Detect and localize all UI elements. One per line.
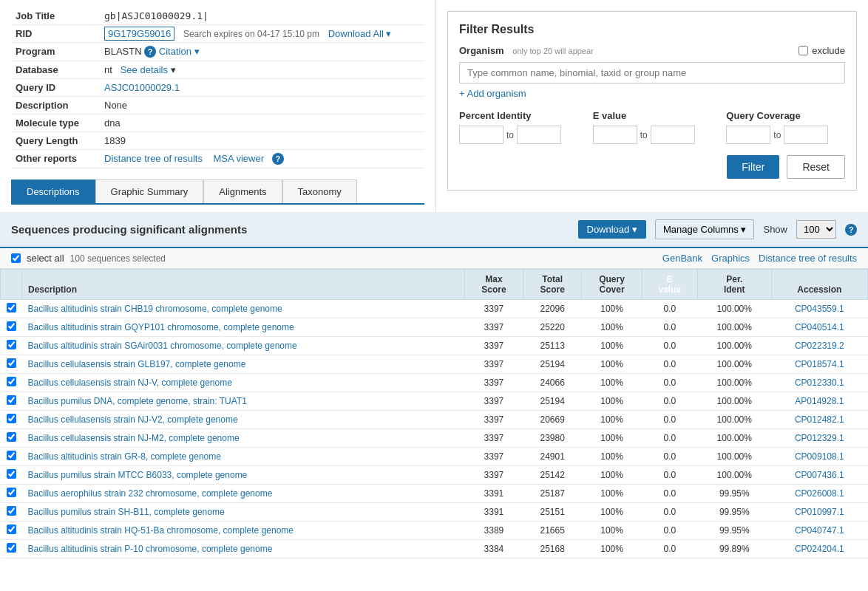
accession-link[interactable]: CP040514.1 (795, 322, 844, 332)
description-link[interactable]: Bacillus altitudinis strain SGAir0031 ch… (28, 341, 297, 351)
e-value-to[interactable] (651, 126, 695, 144)
tab-taxonomy[interactable]: Taxonomy (282, 180, 357, 203)
row-checkbox[interactable] (7, 469, 16, 479)
row-accession: CP012482.1 (771, 411, 867, 429)
reset-button[interactable]: Reset (787, 155, 845, 179)
row-checkbox[interactable] (7, 543, 16, 553)
row-checkbox[interactable] (7, 377, 16, 386)
accession-link[interactable]: CP040747.1 (795, 525, 844, 536)
row-checkbox[interactable] (7, 303, 16, 312)
accession-link[interactable]: CP024204.1 (795, 544, 844, 554)
description-link[interactable]: Bacillus aerophilus strain 232 chromosom… (28, 488, 273, 499)
download-button[interactable]: Download ▾ (578, 220, 646, 239)
description-link[interactable]: Bacillus altitudinis strain P-10 chromos… (28, 544, 273, 554)
row-checkbox-cell[interactable] (1, 355, 22, 374)
row-checkbox[interactable] (7, 451, 16, 460)
manage-columns-button[interactable]: Manage Columns ▾ (655, 219, 755, 239)
row-checkbox-cell[interactable] (1, 318, 22, 337)
row-e-value: 0.0 (642, 522, 697, 540)
tab-graphic-summary[interactable]: Graphic Summary (95, 180, 204, 203)
row-total-score: 25194 (523, 355, 582, 374)
row-checkbox[interactable] (7, 488, 16, 497)
genbank-link[interactable]: GenBank (662, 253, 702, 264)
tab-alignments[interactable]: Alignments (203, 180, 282, 203)
select-all-checkbox[interactable] (11, 253, 21, 263)
row-checkbox-cell[interactable] (1, 429, 22, 448)
distance-tree-link[interactable]: Distance tree of results (104, 153, 203, 164)
row-checkbox[interactable] (7, 414, 16, 423)
row-checkbox[interactable] (7, 358, 16, 368)
other-reports-help-icon[interactable]: ? (272, 153, 284, 165)
description-link[interactable]: Bacillus altitudinis strain HQ-51-Ba chr… (28, 525, 294, 536)
row-checkbox-cell[interactable] (1, 300, 22, 318)
table-row: Bacillus cellulasensis strain NJ-M2, com… (1, 429, 868, 448)
accession-link[interactable]: CP043559.1 (795, 304, 844, 314)
query-coverage-to[interactable] (784, 126, 828, 144)
msa-viewer-link[interactable]: MSA viewer (213, 153, 264, 164)
download-all-button[interactable]: Download All ▾ (328, 28, 392, 39)
filter-button[interactable]: Filter (727, 155, 779, 179)
row-checkbox[interactable] (7, 321, 16, 331)
row-e-value: 0.0 (642, 337, 697, 355)
row-checkbox[interactable] (7, 395, 16, 405)
expire-text: Search expires on 04-17 15:10 pm (183, 29, 319, 39)
row-checkbox-cell[interactable] (1, 374, 22, 392)
description-link[interactable]: Bacillus altitudinis strain GQYP101 chro… (28, 322, 294, 332)
exclude-checkbox[interactable] (799, 46, 808, 55)
description-link[interactable]: Bacillus altitudinis strain GR-8, comple… (28, 451, 221, 462)
accession-link[interactable]: CP007436.1 (795, 470, 844, 480)
row-checkbox-cell[interactable] (1, 392, 22, 411)
row-checkbox-cell[interactable] (1, 503, 22, 522)
row-checkbox[interactable] (7, 432, 16, 442)
row-checkbox-cell[interactable] (1, 448, 22, 466)
row-checkbox[interactable] (7, 506, 16, 516)
row-checkbox[interactable] (7, 525, 16, 534)
accession-link[interactable]: CP009108.1 (795, 451, 844, 462)
accession-link[interactable]: CP012329.1 (795, 433, 844, 443)
e-value-from[interactable] (593, 126, 637, 144)
results-help-icon[interactable]: ? (845, 224, 857, 236)
row-description: Bacillus pumilus strain SH-B11, complete… (22, 503, 465, 522)
rid-value[interactable]: 9G179G59016 (104, 27, 174, 41)
description-link[interactable]: Bacillus cellulasensis strain GLB197, co… (28, 359, 246, 369)
row-checkbox-cell[interactable] (1, 540, 22, 558)
accession-link[interactable]: CP018574.1 (795, 359, 844, 369)
accession-link[interactable]: CP010997.1 (795, 507, 844, 517)
organism-input[interactable] (459, 62, 845, 83)
see-details-link[interactable]: See details (121, 64, 168, 75)
accession-link[interactable]: CP012482.1 (795, 414, 844, 425)
row-checkbox-cell[interactable] (1, 522, 22, 540)
job-title-label: Job Title (11, 7, 100, 25)
percent-identity-to[interactable] (517, 126, 561, 144)
distance-tree-results-link[interactable]: Distance tree of results (759, 253, 857, 264)
accession-link[interactable]: AP014928.1 (795, 396, 844, 406)
filter-box: Filter Results Organism only top 20 will… (447, 11, 857, 191)
row-e-value: 0.0 (642, 374, 697, 392)
query-id-link[interactable]: ASJC01000029.1 (104, 82, 180, 93)
percent-identity-from[interactable] (459, 126, 503, 144)
add-organism-link[interactable]: + Add organism (459, 88, 526, 99)
row-checkbox-cell[interactable] (1, 485, 22, 503)
blastn-help-icon[interactable]: ? (144, 46, 156, 58)
row-checkbox-cell[interactable] (1, 411, 22, 429)
accession-link[interactable]: CP026008.1 (795, 488, 844, 499)
query-coverage-from[interactable] (726, 126, 770, 144)
row-checkbox-cell[interactable] (1, 337, 22, 355)
table-row: Bacillus pumilus DNA, complete genome, s… (1, 392, 868, 411)
accession-link[interactable]: CP022319.2 (795, 341, 844, 351)
description-link[interactable]: Bacillus pumilus DNA, complete genome, s… (28, 396, 247, 406)
tab-descriptions[interactable]: Descriptions (11, 180, 95, 203)
accession-link[interactable]: CP012330.1 (795, 378, 844, 388)
description-link[interactable]: Bacillus cellulasensis strain NJ-M2, com… (28, 433, 240, 443)
citation-button[interactable]: Citation ▾ (159, 46, 200, 57)
description-link[interactable]: Bacillus cellulasensis strain NJ-V, comp… (28, 378, 232, 388)
row-checkbox-cell[interactable] (1, 466, 22, 485)
description-link[interactable]: Bacillus altitudinis strain CHB19 chromo… (28, 304, 282, 314)
description-link[interactable]: Bacillus cellulasensis strain NJ-V2, com… (28, 414, 238, 425)
description-link[interactable]: Bacillus pumilus strain MTCC B6033, comp… (28, 470, 248, 480)
description-link[interactable]: Bacillus pumilus strain SH-B11, complete… (28, 507, 225, 517)
row-checkbox[interactable] (7, 340, 16, 349)
show-select[interactable]: 100 50 20 (796, 220, 836, 239)
row-accession: CP040514.1 (771, 318, 867, 337)
graphics-link[interactable]: Graphics (711, 253, 750, 264)
